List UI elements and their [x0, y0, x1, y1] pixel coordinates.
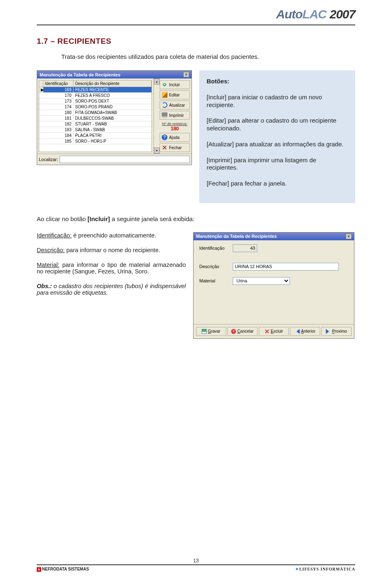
window-titlebar: Manutenção da Tabela de Recipientes × [37, 71, 192, 78]
editar-button[interactable]: Editar [160, 90, 190, 99]
prev-icon [295, 329, 300, 334]
search-row: Localizar: [37, 154, 192, 165]
brand-year: 2007 [330, 7, 355, 21]
editar-label: Editar [169, 93, 180, 97]
plus-icon [162, 82, 167, 87]
page-footer: 13 NNEFRODATA SISTEMAS ✦LIFESYS INFORMÁT… [37, 558, 355, 572]
table-row[interactable]: 182STUART - SWAB [39, 121, 151, 127]
atualizar-button[interactable]: Atualizar [160, 101, 190, 110]
fechar-label: Fechar [169, 145, 182, 150]
lifesys-icon: ✦ [295, 567, 298, 571]
callout-atualizar: [Atualizar] para atualizar as informaçõe… [207, 141, 348, 148]
page-number: 13 [37, 558, 355, 564]
brand-lac: LAC [303, 7, 327, 21]
proximo-button[interactable]: Proximo [321, 327, 352, 336]
section-title: 1.7 – RECIPIENTES [37, 37, 355, 46]
table-row[interactable]: ▶169FEZES RECENTE [39, 87, 151, 93]
edit-icon [162, 92, 167, 98]
callout-title: Botões: [207, 78, 229, 85]
lifesys-logo: ✦LIFESYS INFORMÁTICA [295, 567, 355, 572]
brand-auto: Auto [276, 7, 302, 21]
intro-text: Trata-se dos recipientes utilizados para… [61, 53, 355, 60]
callout-editar: [Editar] para alterar o cadastro do um r… [207, 117, 348, 132]
field-descriptions: Identificação: é preenchido automaticame… [37, 232, 186, 304]
localizar-label: Localizar: [39, 157, 58, 162]
atualizar-label: Atualizar [169, 103, 185, 107]
callout-incluir: [Incluir] para iniciar o cadastro de um … [207, 94, 348, 109]
ident-field [233, 244, 257, 252]
footer-rule [37, 564, 355, 565]
excluir-button[interactable]: Excluir [259, 327, 289, 336]
desc-label: Descrição: [37, 247, 65, 253]
table-row[interactable]: 185SORO - HOR1-P [39, 139, 151, 144]
grid-header: Identificação Descrição do Recipiente [39, 81, 151, 87]
table-row[interactable]: 174SORO-POS PRAND [39, 104, 151, 110]
material-select[interactable]: Urina [233, 277, 290, 285]
scroll-down-icon[interactable]: ▾ [154, 148, 160, 154]
form-mat-label: Material [199, 278, 229, 283]
table-row[interactable]: 184PLACA PETRI [39, 133, 151, 139]
gravar-rest: ravar [211, 329, 220, 333]
buttons-callout: Botões: [Incluir] para iniciar o cadastr… [199, 70, 355, 203]
cancelar-button[interactable]: Cancelar [227, 327, 258, 336]
delete-icon [265, 329, 270, 334]
data-grid[interactable]: Identificação Descrição do Recipiente ▶1… [39, 80, 152, 152]
table-row[interactable]: 173SORO-POS DEXT [39, 98, 151, 104]
mat-label: Material: [37, 262, 60, 268]
incluir-label: Incluir [169, 83, 180, 87]
save-icon [202, 329, 207, 334]
brand-logo: AutoLAC2007 [276, 7, 355, 21]
header-rule [37, 25, 355, 25]
record-count-value: 180 [160, 126, 190, 132]
descricao-field[interactable] [233, 263, 339, 271]
form-ident-label: Identificação [199, 246, 229, 251]
mid-text: Ao clicar no botão [Incluir] a seguinte … [37, 215, 355, 222]
imprimir-label: Imprimir [169, 113, 184, 118]
fechar-button[interactable]: Fechar [160, 143, 190, 152]
col-id[interactable]: Identificação [43, 81, 74, 87]
close-door-icon [162, 145, 167, 150]
scroll-up-icon[interactable]: ▴ [154, 78, 160, 85]
callout-fechar: [Fechar] para fechar a janela. [207, 180, 348, 188]
search-input[interactable] [60, 156, 190, 163]
window-title: Manutenção da Tabela de Recipientes [40, 72, 120, 77]
nefro-icon: N [37, 567, 41, 572]
print-icon [162, 112, 167, 118]
help-icon [162, 134, 167, 140]
obs-label: Obs.: [37, 283, 52, 289]
record-count: Nº de registros: 180 [160, 122, 190, 132]
nefro-text: NEFRODATA SISTEMAS [42, 567, 89, 571]
ident-text: é preenchido automaticamente. [71, 232, 156, 239]
ident-label: Identificação: [37, 232, 71, 239]
ajuda-label: Ajuda [169, 135, 180, 140]
obs-text: o cadastro dos recipientes (tubos) é ind… [37, 283, 186, 296]
sidebar-buttons: Incluir Editar Atualizar Imprimir Nº de … [160, 78, 192, 154]
next-icon [326, 329, 331, 334]
form-desc-label: Descrição [199, 264, 229, 269]
table-row[interactable]: 181DULBECCOS-SWAB [39, 116, 151, 121]
callout-imprimir: [Imprimir] para imprimir uma listagem de… [207, 157, 348, 172]
col-desc[interactable]: Descrição do Recipiente [74, 81, 151, 87]
cancel-icon [231, 329, 236, 334]
nefrodata-logo: NNEFRODATA SISTEMAS [37, 567, 89, 572]
anterior-button[interactable]: Anterior [290, 327, 320, 336]
recipients-list-window: Manutenção da Tabela de Recipientes × Id… [37, 70, 192, 165]
close-icon[interactable]: × [346, 234, 352, 239]
ajuda-button[interactable]: Ajuda [160, 133, 190, 142]
form-button-bar: Gravar Cancelar Excluir Anterior Proximo [194, 324, 354, 338]
record-count-label: Nº de registros: [160, 122, 190, 126]
table-row[interactable]: 180FITA GOMADA+SWAB [39, 110, 151, 116]
close-icon[interactable]: × [183, 72, 189, 77]
desc-text: para informar o nome do recipiente. [65, 247, 160, 253]
recipient-form-window: Manutenção da Tabela de Recipientes × Id… [193, 232, 354, 339]
imprimir-button[interactable]: Imprimir [160, 111, 190, 120]
incluir-button[interactable]: Incluir [160, 80, 190, 89]
refresh-icon [162, 102, 167, 108]
window2-titlebar: Manutenção da Tabela de Recipientes × [194, 233, 354, 240]
table-row[interactable]: 183SALINA - SWAB [39, 127, 151, 133]
gravar-button[interactable]: Gravar [196, 327, 226, 336]
table-row[interactable]: 170FEZES A FRESCO [39, 93, 151, 98]
mat-text: para informar o tipo de material armazen… [37, 262, 186, 275]
lifesys-text: LIFESYS INFORMÁTICA [299, 567, 355, 571]
scrollbar[interactable]: ▴ ▾ [154, 78, 160, 154]
